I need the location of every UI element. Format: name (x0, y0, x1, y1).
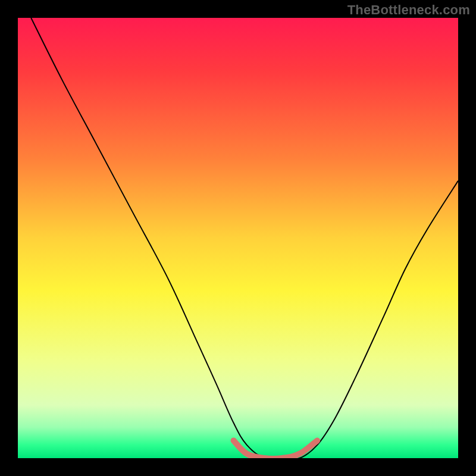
chart-frame: TheBottleneck.com (0, 0, 476, 476)
chart-svg (18, 18, 458, 458)
watermark-text: TheBottleneck.com (347, 2, 470, 18)
gradient-background (18, 18, 458, 458)
plot-area (18, 18, 458, 458)
